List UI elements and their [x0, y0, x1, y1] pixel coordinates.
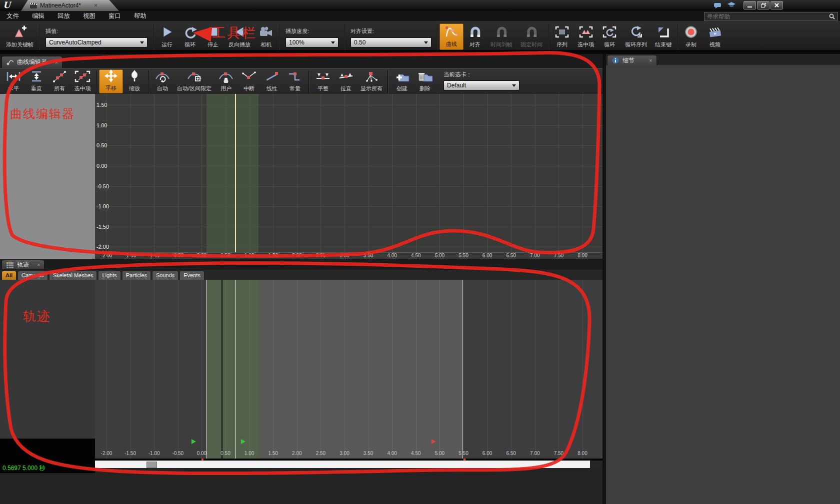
view-fit-sequence-button[interactable]: 序列 — [550, 23, 574, 50]
camera-label: 相机 — [260, 41, 272, 48]
create-movie-button[interactable]: 视频 — [702, 23, 728, 50]
timeline-scrollbar[interactable] — [95, 461, 590, 468]
filter-tab-lights[interactable]: Lights — [98, 271, 120, 280]
filter-tab-skeletal-meshes[interactable]: Skeletal Meshes — [49, 271, 98, 280]
curve-graph-area[interactable]: 1.501.000.500.00-0.50-1.00-1.50-2.00 — [95, 94, 602, 252]
details-tab-close-icon[interactable]: × — [649, 57, 652, 63]
flatten-tangents-button[interactable]: 平整 — [312, 69, 334, 93]
tangent-linear-button[interactable]: 线性 — [260, 69, 284, 93]
fit-vertical-button[interactable]: 垂直 — [25, 69, 48, 93]
filter-tab-sounds[interactable]: Sounds — [152, 271, 178, 280]
loop-end-marker[interactable] — [241, 439, 246, 444]
track-timeline-area[interactable]: -2.00-1.50-1.00-0.500.000.501.001.502.00… — [95, 280, 602, 459]
view-end-of-track-button[interactable]: 结束键 — [651, 23, 676, 50]
add-key-button[interactable]: 添加关键帧 — [2, 23, 38, 50]
tab-tracks[interactable]: 轨迹 × — [2, 260, 44, 269]
curve-track-list[interactable] — [0, 94, 96, 259]
loop-playback-button[interactable]: 循环 — [178, 23, 202, 50]
fit-selected-button[interactable]: 选中项 — [71, 69, 94, 93]
tangent-auto-clamped-label: 自动/区间限定 — [177, 85, 212, 92]
snap-setting-dropdown[interactable]: 0.50 — [350, 37, 432, 47]
time-ruler-label: -0.50 — [167, 253, 189, 258]
vertical-splitter[interactable] — [602, 54, 606, 504]
menu-4[interactable]: 视图 — [76, 12, 102, 20]
minimize-button[interactable] — [744, 1, 756, 9]
y-axis-label: -2.00 — [96, 244, 109, 250]
time-ruler-label: -2.00 — [96, 253, 118, 258]
menu-5[interactable]: 窗口 — [102, 12, 128, 20]
curve-time-cursor[interactable] — [235, 94, 236, 252]
filter-tab-all[interactable]: All — [2, 271, 16, 280]
loop-start-marker[interactable] — [192, 439, 196, 444]
toggle-curve-editor-button[interactable]: 曲线 — [440, 23, 464, 50]
scrollbar-thumb[interactable] — [146, 462, 157, 468]
play-reverse-button[interactable]: 反向播放 — [224, 23, 254, 50]
play-button[interactable]: 运行 — [156, 23, 178, 50]
curve-time-ruler[interactable]: -2.00-1.50-1.00-0.500.000.501.001.502.00… — [95, 252, 602, 259]
filter-tab-events[interactable]: Events — [180, 271, 204, 280]
tangent-constant-button[interactable]: 常量 — [284, 69, 306, 93]
camera-button[interactable]: 相机 — [254, 23, 278, 50]
menu-1[interactable]: 文件 — [0, 12, 26, 20]
sequence-end-marker[interactable] — [432, 439, 436, 444]
tangent-auto-button[interactable]: 自动 — [151, 69, 174, 93]
search-input[interactable]: 寻求帮助 — [704, 12, 838, 21]
fit-all-button[interactable]: 所有 — [48, 69, 71, 93]
track-name-column[interactable] — [0, 280, 96, 439]
fit-vertical-label: 垂直 — [31, 85, 42, 92]
pan-mode-button[interactable]: 平移 — [99, 69, 123, 93]
menu-2[interactable]: 编辑 — [26, 12, 51, 20]
tangent-auto-clamped-button[interactable]: 自动/区间限定 — [174, 69, 214, 93]
addkey-icon — [12, 25, 28, 40]
delete-tab-button[interactable]: 删除 — [414, 69, 436, 93]
record-button[interactable]: 录制 — [680, 23, 702, 50]
interp-mode-dropdown-label: 插值: — [46, 27, 148, 35]
tab-curve-editor[interactable]: 曲线编辑器 × — [2, 56, 62, 68]
video-icon — [706, 25, 724, 40]
play-reverse-label: 反向播放 — [228, 41, 250, 48]
view-fit-loop-button[interactable]: 循环 — [598, 23, 621, 50]
stop-button[interactable]: 停止 — [202, 23, 224, 50]
filter-tab-cameras[interactable]: Cameras — [18, 271, 48, 280]
create-tab-button[interactable]: 创建 — [390, 69, 414, 93]
view-fit-selected-button[interactable]: 选中项 — [574, 23, 598, 50]
gridline-vertical — [202, 94, 202, 252]
view-fit-loop-sequence-button[interactable]: 循环序列 — [621, 23, 651, 50]
curve-editor-panel: 曲线编辑器 × 水平垂直所有选中项平移缩放自动自动/区间限定用户中断线性常量平整… — [0, 54, 602, 259]
menu-3[interactable]: 回放 — [51, 12, 76, 20]
create-tab-label: 创建 — [396, 85, 408, 92]
snap-setting-dropdown-label: 对齐设置: — [350, 27, 432, 35]
fit-all-label: 所有 — [54, 85, 65, 92]
menu-6[interactable]: 帮助 — [128, 12, 153, 20]
zoom-mode-button[interactable]: 缩放 — [123, 69, 146, 93]
tracks-time-cursor[interactable] — [222, 280, 222, 459]
tracks-tab-close-icon[interactable]: × — [37, 262, 40, 268]
gridline-vertical — [297, 280, 298, 459]
play-speed-dropdown[interactable]: 100% — [286, 37, 338, 47]
tab-close-icon[interactable]: × — [94, 2, 98, 9]
toolbar-separator — [148, 70, 149, 93]
show-all-keys-button[interactable]: 显示所有 — [358, 69, 386, 93]
interp-mode-dropdown[interactable]: CurveAutoClamped — [46, 37, 148, 47]
straighten-tangents-button[interactable]: 拉直 — [334, 69, 358, 93]
tangent-user-button[interactable]: 用户 — [214, 69, 238, 93]
feedback-icon[interactable] — [714, 1, 722, 10]
tangent-break-button[interactable]: 中断 — [238, 69, 260, 93]
fixed-time-step-button[interactable]: 固定时间 — [516, 23, 546, 50]
filter-tab-particles[interactable]: Particles — [122, 271, 151, 280]
snap-time-to-frames-button[interactable]: 时间到帧 — [486, 23, 516, 50]
close-button[interactable] — [770, 1, 783, 9]
current-tab-dropdown[interactable]: Default — [444, 80, 520, 90]
time-ruler-label: 1.00 — [238, 451, 260, 456]
tutorial-cap-icon[interactable] — [728, 1, 736, 10]
time-ruler-label: 7.50 — [548, 253, 570, 258]
curve-tab-close-icon[interactable]: × — [55, 59, 58, 65]
gridline-vertical — [106, 280, 107, 459]
snap-button[interactable]: 对齐 — [464, 23, 486, 50]
document-tab[interactable]: MatineeActor4* × — [21, 0, 119, 11]
tab-details[interactable]: 细节 × — [607, 55, 657, 65]
gridline-vertical — [558, 94, 559, 252]
gridline-vertical — [202, 280, 202, 459]
fit-horizontal-button[interactable]: 水平 — [2, 69, 25, 93]
restore-button[interactable] — [757, 1, 770, 9]
